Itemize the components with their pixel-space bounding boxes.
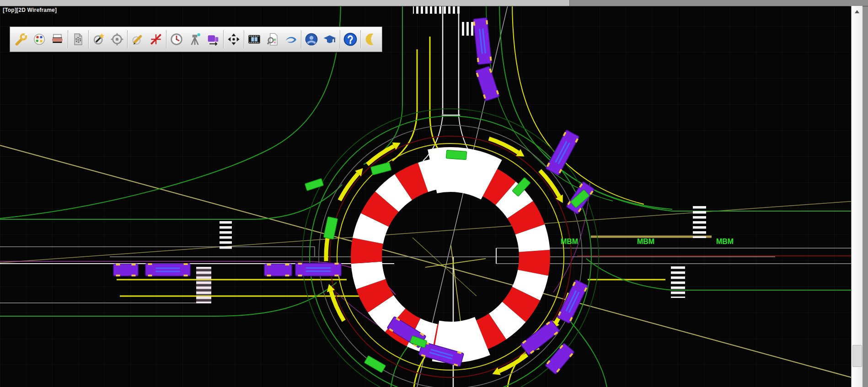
accudraw-compass-icon	[91, 32, 106, 47]
vehicle-label-text	[306, 267, 331, 269]
vehicle-truck-icon	[206, 32, 220, 47]
window-right-edge	[863, 0, 868, 387]
help-icon	[343, 32, 358, 47]
vehicle-wheel	[184, 263, 188, 265]
preview-document-button[interactable]	[263, 29, 282, 49]
zebra-crossing	[671, 266, 685, 298]
toolbar-separator	[301, 30, 301, 48]
vehicle-wheel	[267, 275, 271, 276]
car[interactable]	[446, 150, 466, 159]
vehicle-wheel	[267, 264, 271, 265]
clock-dial-icon	[169, 32, 184, 47]
vehicle-wheel	[116, 275, 120, 276]
snap-target-icon	[110, 32, 124, 47]
vehicle-wheel	[335, 263, 339, 265]
accudraw-compass-button[interactable]	[90, 29, 108, 49]
help-button[interactable]	[341, 29, 359, 49]
vehicle-wheel	[184, 275, 188, 276]
bentley-logo-icon	[364, 32, 378, 47]
measure-icon	[149, 32, 163, 47]
vehicle-label-text	[155, 270, 180, 272]
zebra-crossing	[220, 221, 232, 249]
station-marker-label[interactable]: MBM	[637, 238, 654, 245]
horizontal-scrollbar[interactable]	[0, 0, 868, 6]
printer-button[interactable]	[48, 29, 67, 49]
vehicle[interactable]	[295, 263, 341, 276]
vehicle-body[interactable]	[113, 264, 138, 276]
survey-tripod-button[interactable]	[186, 29, 204, 49]
horizontal-scrollbar-thumb[interactable]	[0, 0, 570, 6]
measure-button[interactable]	[147, 29, 165, 49]
vehicle-wheel	[298, 263, 302, 265]
vertical-scrollbar-thumb[interactable]	[852, 345, 862, 367]
vehicle[interactable]	[145, 263, 190, 276]
vehicle-wheel	[116, 264, 120, 265]
vehicle-wheel	[148, 263, 152, 265]
pan-arrows-icon	[226, 32, 241, 47]
vehicle-body[interactable]	[145, 264, 190, 276]
survey-tripod-icon	[188, 32, 202, 47]
training-cap-icon	[322, 32, 337, 47]
training-cap-button[interactable]	[321, 29, 339, 49]
vehicle[interactable]	[113, 264, 138, 276]
palette-icon	[32, 32, 47, 47]
toolbar-separator	[223, 30, 224, 48]
printer-icon	[50, 32, 65, 47]
view-swoosh-button[interactable]	[282, 29, 300, 49]
vehicle-label-text	[306, 270, 331, 272]
main-toolbar	[10, 27, 382, 52]
vehicle-wheel	[298, 275, 302, 276]
toolbar-separator	[360, 30, 361, 48]
vehicle-body[interactable]	[295, 263, 341, 276]
toolbar-separator	[127, 30, 128, 48]
pan-arrows-button[interactable]	[225, 29, 243, 49]
vehicle-wheel	[285, 264, 289, 265]
animation-film-icon	[247, 32, 262, 47]
station-marker-label[interactable]: MBM	[716, 238, 734, 245]
user-globe-icon	[304, 32, 319, 47]
animation-film-button[interactable]	[245, 29, 263, 49]
user-globe-button[interactable]	[302, 29, 321, 49]
redline-pen-icon	[130, 32, 145, 47]
view-swoosh-icon	[284, 32, 298, 47]
vehicle-wheel	[285, 275, 289, 276]
toolbar-separator	[88, 30, 89, 48]
scroll-up-arrow-icon[interactable]	[855, 10, 859, 13]
bentley-logo-button[interactable]	[362, 29, 380, 49]
toolbar-separator	[340, 30, 340, 48]
palette-button[interactable]	[30, 29, 48, 49]
toolbar-separator	[166, 30, 166, 48]
snap-target-button[interactable]	[108, 29, 126, 49]
document-settings-icon	[71, 32, 86, 47]
vehicle-label-text	[155, 267, 180, 269]
wrench-icon	[14, 32, 28, 47]
wrench-button[interactable]	[12, 29, 30, 49]
vehicle-truck-button[interactable]	[204, 29, 222, 49]
vehicle-wheel	[335, 275, 339, 276]
drawing-canvas[interactable]: MBMMBMMBM	[0, 0, 868, 387]
vehicle-wheel	[132, 264, 136, 265]
station-marker-label[interactable]: MBM	[561, 238, 578, 245]
toolbar-separator	[244, 30, 244, 48]
view-title-label: [Top][2D Wireframe]	[3, 7, 57, 13]
crossing-tint	[196, 267, 211, 303]
zebra-crossing	[693, 206, 706, 238]
clock-dial-button[interactable]	[167, 29, 186, 49]
preview-document-icon	[265, 32, 280, 47]
document-settings-button[interactable]	[69, 29, 87, 49]
vehicle-wheel	[132, 275, 136, 276]
vertical-scrollbar[interactable]	[851, 6, 863, 387]
toolbar-separator	[68, 30, 68, 48]
vehicle[interactable]	[264, 264, 292, 276]
application-window: MBMMBMMBM [Top][2D Wireframe]	[0, 0, 868, 387]
car-body[interactable]	[446, 150, 466, 159]
vehicle-body[interactable]	[264, 264, 292, 276]
redline-pen-button[interactable]	[129, 29, 147, 49]
vehicle-wheel	[148, 275, 152, 276]
